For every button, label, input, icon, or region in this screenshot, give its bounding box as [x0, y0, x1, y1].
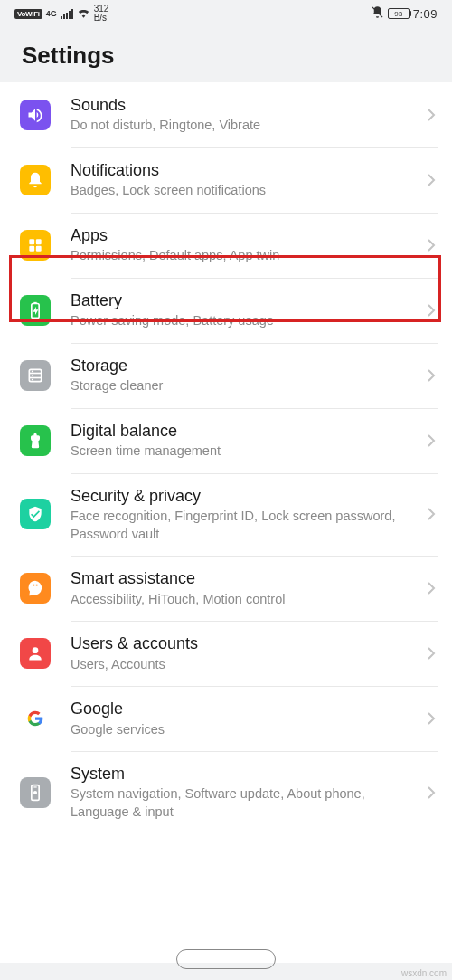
- item-title: Users & accounts: [71, 633, 418, 654]
- item-subtitle: Accessibility, HiTouch, Motion control: [71, 591, 418, 609]
- chevron-right-icon: [427, 303, 436, 318]
- item-subtitle: Users, Accounts: [71, 656, 418, 674]
- item-text: SoundsDo not disturb, Ringtone, Vibrate: [51, 95, 427, 135]
- item-title: Apps: [71, 225, 418, 246]
- smart-icon: [20, 573, 51, 604]
- svg-rect-3: [29, 246, 34, 252]
- item-title: Google: [71, 699, 418, 719]
- svg-rect-4: [36, 246, 42, 252]
- item-subtitle: Storage cleaner: [71, 377, 418, 395]
- svg-point-15: [33, 791, 37, 794]
- settings-item-sounds[interactable]: SoundsDo not disturb, Ringtone, Vibrate: [0, 82, 452, 147]
- svg-point-13: [33, 647, 39, 653]
- system-icon: [20, 777, 51, 808]
- chevron-right-icon: [427, 507, 436, 521]
- item-text: GoogleGoogle services: [51, 699, 427, 738]
- watermark: wsxdn.com: [401, 968, 447, 978]
- item-title: Battery: [71, 290, 418, 311]
- item-text: StorageStorage cleaner: [51, 356, 427, 395]
- svg-point-12: [32, 379, 33, 381]
- svg-rect-1: [29, 239, 34, 244]
- item-title: Security & privacy: [71, 486, 418, 507]
- status-right: 93 7:09: [371, 5, 438, 22]
- notifications-icon: [20, 165, 51, 195]
- google-icon: [20, 703, 51, 734]
- chevron-right-icon: [427, 711, 436, 726]
- item-title: System: [71, 764, 418, 785]
- nav-pill[interactable]: [176, 949, 276, 969]
- settings-item-notifications[interactable]: NotificationsBadges, Lock screen notific…: [0, 147, 452, 213]
- item-subtitle: Do not disturb, Ringtone, Vibrate: [71, 117, 418, 135]
- status-left: VoWiFi 4G 312 B/s: [14, 5, 108, 23]
- settings-item-security[interactable]: Security & privacyFace recognition, Fing…: [0, 473, 452, 557]
- settings-item-smart[interactable]: Smart assistanceAccessibility, HiTouch, …: [0, 556, 452, 621]
- network-type: 4G: [46, 9, 57, 18]
- settings-item-apps[interactable]: AppsPermissions, Default apps, App twin: [0, 213, 452, 278]
- item-text: Digital balanceScreen time management: [51, 421, 427, 461]
- vowifi-badge: VoWiFi: [14, 9, 42, 19]
- storage-icon: [20, 360, 51, 391]
- status-bar: VoWiFi 4G 312 B/s 93 7:09: [0, 0, 452, 25]
- chevron-right-icon: [427, 108, 436, 122]
- item-title: Smart assistance: [71, 568, 418, 589]
- chevron-right-icon: [427, 368, 436, 383]
- svg-point-10: [32, 370, 33, 372]
- item-text: Users & accountsUsers, Accounts: [51, 633, 427, 673]
- item-text: SystemSystem navigation, Software update…: [51, 764, 427, 822]
- settings-item-users[interactable]: Users & accountsUsers, Accounts: [0, 621, 452, 686]
- item-subtitle: Screen time management: [71, 442, 418, 461]
- settings-item-battery[interactable]: BatteryPower saving mode, Battery usage: [0, 278, 452, 343]
- header: Settings: [0, 25, 452, 82]
- page-title: Settings: [22, 42, 430, 70]
- item-text: AppsPermissions, Default apps, App twin: [51, 225, 427, 265]
- item-title: Storage: [71, 356, 418, 376]
- chevron-right-icon: [427, 433, 436, 448]
- item-subtitle: Face recognition, Fingerprint ID, Lock s…: [71, 508, 418, 543]
- apps-icon: [20, 230, 51, 261]
- mute-icon: [371, 5, 384, 22]
- item-text: BatteryPower saving mode, Battery usage: [51, 290, 427, 330]
- chevron-right-icon: [427, 785, 436, 800]
- svg-rect-2: [36, 239, 42, 244]
- item-subtitle: Permissions, Default apps, App twin: [71, 247, 418, 265]
- clock: 7:09: [413, 7, 438, 21]
- item-text: Smart assistanceAccessibility, HiTouch, …: [51, 568, 427, 608]
- chevron-right-icon: [427, 581, 436, 595]
- chevron-right-icon: [427, 173, 436, 187]
- svg-point-11: [32, 375, 33, 376]
- settings-list[interactable]: SoundsDo not disturb, Ringtone, VibrateN…: [0, 82, 452, 963]
- settings-item-digital[interactable]: Digital balanceScreen time management: [0, 408, 452, 473]
- sounds-icon: [20, 100, 51, 130]
- item-text: Security & privacyFace recognition, Fing…: [51, 486, 427, 544]
- item-subtitle: Google services: [71, 721, 418, 739]
- battery-icon: 93: [388, 8, 410, 19]
- item-text: NotificationsBadges, Lock screen notific…: [51, 160, 427, 200]
- settings-item-google[interactable]: GoogleGoogle services: [0, 686, 452, 751]
- security-icon: [20, 499, 51, 529]
- item-title: Notifications: [71, 160, 418, 181]
- item-title: Sounds: [71, 95, 418, 116]
- item-subtitle: System navigation, Software update, Abou…: [71, 785, 418, 821]
- net-speed: 312 B/s: [94, 5, 109, 23]
- signal-icon: [61, 9, 73, 19]
- item-title: Digital balance: [71, 421, 418, 442]
- settings-item-system[interactable]: SystemSystem navigation, Software update…: [0, 751, 452, 834]
- item-subtitle: Badges, Lock screen notifications: [71, 182, 418, 200]
- settings-item-storage[interactable]: StorageStorage cleaner: [0, 343, 452, 408]
- item-subtitle: Power saving mode, Battery usage: [71, 312, 418, 330]
- wifi-icon: [77, 7, 90, 21]
- svg-rect-7: [29, 369, 41, 381]
- svg-rect-16: [33, 786, 36, 787]
- users-icon: [20, 638, 51, 669]
- digital-icon: [20, 425, 51, 456]
- chevron-right-icon: [427, 238, 436, 252]
- svg-rect-6: [33, 302, 36, 304]
- battery-icon: [20, 295, 51, 326]
- chevron-right-icon: [427, 646, 436, 661]
